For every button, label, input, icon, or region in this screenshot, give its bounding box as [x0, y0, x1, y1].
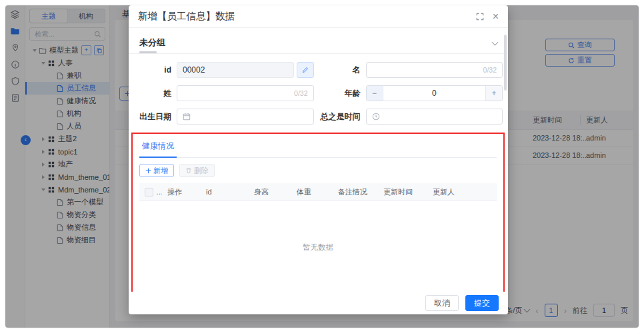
subtable-select-ellipsis: … [156, 188, 162, 196]
fullscreen-icon[interactable] [476, 13, 484, 21]
employee-form: id 名 0/32 姓 [129, 62, 503, 125]
pen-icon [301, 67, 309, 74]
field-star-time-label: 总之是时间 [318, 111, 361, 123]
field-age-label: 年龄 [318, 88, 361, 99]
field-first-name: 名 0/32 [318, 62, 503, 78]
trash-icon [185, 167, 192, 174]
first-name-input-value[interactable] [372, 65, 479, 75]
plus-icon [145, 168, 151, 174]
subtable-delete-button[interactable]: 删除 [179, 164, 215, 177]
subtable-col-更新时间: 更新时间 [378, 187, 427, 197]
divider [129, 53, 508, 54]
subtable-col-身高: 身高 [249, 187, 291, 197]
subtable-delete-label: 删除 [194, 166, 209, 176]
field-id: id [129, 62, 314, 78]
tab-health-status[interactable]: 健康情况 [139, 139, 177, 158]
field-age: 年龄 − 0 + [318, 85, 503, 101]
stepper-plus-button[interactable]: + [485, 86, 502, 101]
add-employee-modal: 新增【员工信息】数据 × 未分组 id [129, 5, 508, 314]
subtable-tabbar: 健康情况 [139, 139, 497, 158]
group-header: 未分组 [139, 37, 497, 53]
age-value[interactable]: 0 [383, 89, 486, 98]
close-icon[interactable]: × [493, 12, 499, 21]
id-input [177, 62, 294, 78]
modal-footer: 取消 提交 [129, 292, 508, 314]
last-name-counter: 0/32 [294, 89, 307, 97]
subtable-col-id: id [201, 188, 249, 196]
subtable-add-button[interactable]: 新增 [139, 164, 174, 177]
submit-button[interactable]: 提交 [465, 295, 499, 311]
last-name-input[interactable]: 0/32 [177, 85, 314, 101]
group-title: 未分组 [139, 37, 165, 53]
modal-header: 新增【员工信息】数据 × [129, 5, 508, 28]
age-stepper: − 0 + [366, 85, 503, 101]
field-birth-date-label: 出生日期 [129, 111, 171, 123]
modal-scrollbar[interactable] [504, 35, 507, 91]
birth-date-picker[interactable] [177, 109, 314, 125]
subtable-col-备注情况: 备注情况 [333, 187, 378, 197]
calendar-icon [183, 113, 191, 121]
subtable-col-操作: 操作 [162, 187, 201, 197]
subtable-header: … 操作id身高体重备注情况更新时间更新人 [139, 183, 497, 201]
subtable-select-col: … [139, 188, 162, 196]
subtable-col-更新人: 更新人 [427, 187, 497, 197]
cancel-button[interactable]: 取消 [425, 295, 459, 311]
id-generate-button[interactable] [297, 62, 314, 78]
app-window: ‹ 主题 机构 模型主题+人事兼职员工信息健康情况机构人员主题2topic1地产… [5, 5, 639, 328]
stepper-minus-button[interactable]: − [367, 86, 383, 101]
field-last-name: 姓 0/32 [129, 85, 314, 101]
chevron-down-icon[interactable] [492, 39, 499, 45]
last-name-input-value[interactable] [183, 89, 290, 98]
field-id-label: id [129, 65, 171, 75]
modal-title: 新增【员工信息】数据 [138, 10, 235, 23]
clock-icon [372, 113, 380, 121]
first-name-input[interactable]: 0/32 [366, 62, 503, 78]
subtable-add-label: 新增 [153, 166, 168, 176]
subtable-empty-state: 暂无数据 [139, 201, 497, 292]
field-birth-date: 出生日期 [129, 109, 314, 125]
select-all-checkbox[interactable] [145, 188, 153, 196]
field-last-name-label: 姓 [129, 88, 171, 99]
field-first-name-label: 名 [318, 65, 361, 76]
star-time-picker[interactable] [366, 109, 503, 125]
health-subtable-section: 健康情况 新增 删除 … 操作 [131, 133, 505, 292]
first-name-counter: 0/32 [483, 66, 497, 74]
id-input-value [183, 65, 288, 75]
field-star-time: 总之是时间 [318, 109, 503, 125]
subtable-col-体重: 体重 [291, 187, 333, 197]
modal-body: 未分组 id 名 0/32 [129, 29, 508, 292]
subtable-toolbar: 新增 删除 [139, 164, 497, 177]
